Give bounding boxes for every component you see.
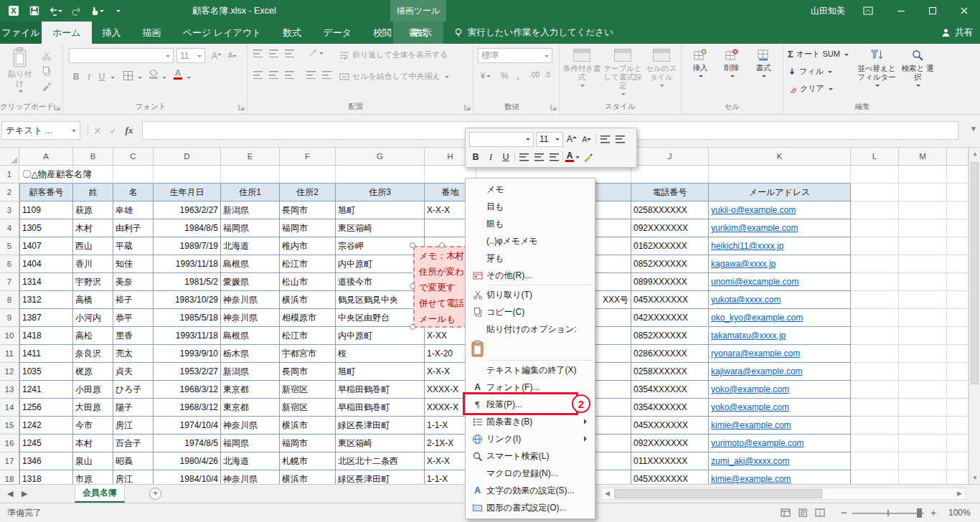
cell[interactable]: 北海道 bbox=[221, 237, 280, 255]
cell[interactable]: 房江 bbox=[113, 417, 154, 435]
italic-button[interactable]: I bbox=[83, 70, 95, 84]
save-button[interactable] bbox=[27, 4, 42, 18]
cell[interactable] bbox=[899, 291, 947, 309]
cell[interactable]: heikichi11@xxxx.jp bbox=[709, 237, 851, 255]
column-header[interactable]: M bbox=[899, 148, 947, 166]
cell[interactable] bbox=[899, 399, 947, 417]
cell[interactable] bbox=[709, 166, 851, 184]
undo-button[interactable] bbox=[48, 4, 62, 18]
expand-formula-bar-icon[interactable]: ▼ bbox=[970, 125, 977, 133]
underline-button[interactable]: U bbox=[96, 70, 108, 84]
cell[interactable] bbox=[851, 452, 899, 470]
cell[interactable]: kagawa@xxxx.jp bbox=[709, 255, 851, 273]
cell[interactable]: 萩原 bbox=[73, 201, 113, 219]
customize-quick-access-icon[interactable] bbox=[110, 4, 125, 18]
cell[interactable]: 島根県 bbox=[221, 327, 280, 345]
touch-mode-icon[interactable] bbox=[90, 4, 104, 18]
vertical-scrollbar-thumb[interactable] bbox=[971, 162, 979, 384]
cell[interactable]: 1993/11/18 bbox=[154, 255, 221, 273]
cell[interactable]: 神奈川県 bbox=[221, 470, 280, 484]
cell[interactable]: yurikim@example.com bbox=[709, 219, 851, 237]
clear-button[interactable]: クリア bbox=[788, 83, 833, 94]
zoom-in-button[interactable]: + bbox=[930, 503, 936, 522]
row-header[interactable]: 9 bbox=[0, 309, 19, 327]
cell[interactable]: 房江 bbox=[113, 470, 154, 484]
cell[interactable] bbox=[851, 291, 899, 309]
underline-dropdown-icon[interactable] bbox=[110, 77, 115, 81]
cell[interactable]: 1974/8/5 bbox=[154, 435, 221, 452]
fill-button[interactable]: フィル bbox=[788, 66, 832, 77]
new-sheet-button[interactable]: + bbox=[149, 488, 161, 500]
mini-font-size-combo[interactable]: 11 bbox=[536, 132, 563, 147]
cell[interactable]: 幸雄 bbox=[113, 201, 154, 219]
cell[interactable]: 愛媛県 bbox=[221, 273, 280, 291]
font-color-button[interactable]: A bbox=[174, 70, 182, 80]
mini-align-right-button[interactable] bbox=[547, 150, 560, 164]
cell[interactable]: 札幌市 bbox=[280, 452, 336, 470]
cell[interactable] bbox=[947, 273, 969, 291]
cell[interactable]: 今市 bbox=[73, 417, 113, 435]
cell[interactable]: 0852XXXXXX bbox=[631, 327, 709, 345]
cell[interactable]: 1989/7/19 bbox=[154, 237, 221, 255]
cell[interactable]: 貞夫 bbox=[113, 363, 154, 381]
row-header[interactable]: 17 bbox=[0, 452, 19, 470]
cell[interactable]: 緑区長津田町 bbox=[336, 417, 425, 435]
zoom-out-button[interactable]: − bbox=[841, 503, 847, 522]
row-header[interactable]: 16 bbox=[0, 435, 19, 452]
borders-dropdown-icon[interactable] bbox=[138, 77, 142, 81]
cell[interactable] bbox=[899, 381, 947, 399]
mini-align-left-button[interactable] bbox=[517, 150, 530, 164]
cell[interactable]: 福岡県 bbox=[221, 219, 280, 237]
cell[interactable] bbox=[851, 345, 899, 363]
alignment-dialog-launcher[interactable] bbox=[463, 103, 471, 111]
cell[interactable] bbox=[851, 417, 899, 435]
ribbon-tab[interactable]: ページ レイアウト bbox=[172, 22, 273, 44]
row-header[interactable]: 5 bbox=[0, 237, 19, 255]
sheet-nav-right-icon[interactable]: ▶ bbox=[22, 489, 27, 498]
autosum-button[interactable]: Σオート SUM bbox=[788, 49, 849, 60]
cell[interactable]: 1974/10/4 bbox=[154, 417, 221, 435]
font-size-combo[interactable]: 11 bbox=[176, 48, 205, 63]
cell[interactable]: 福岡県 bbox=[221, 435, 280, 452]
view-page-break-button[interactable] bbox=[814, 507, 826, 518]
cell[interactable]: 0258XXXXXX bbox=[631, 363, 709, 381]
row-header[interactable]: 2 bbox=[0, 184, 19, 201]
mini-increase-font-button[interactable]: A bbox=[565, 132, 578, 146]
row-header[interactable]: 3 bbox=[0, 201, 19, 219]
cell[interactable]: takamatxu@xxxx.jp bbox=[709, 327, 851, 345]
clipboard-dialog-launcher[interactable] bbox=[53, 103, 61, 111]
cell[interactable] bbox=[899, 166, 947, 184]
cell[interactable] bbox=[899, 435, 947, 452]
cell[interactable]: 0852XXXXXX bbox=[631, 255, 709, 273]
align-top-button[interactable] bbox=[253, 49, 263, 57]
conditional-formatting-button[interactable]: 条件付き書式 bbox=[562, 46, 601, 87]
ime-candidate-memo-3[interactable]: 眼も bbox=[466, 215, 595, 232]
cell[interactable]: 泉山 bbox=[73, 452, 113, 470]
align-middle-button[interactable] bbox=[269, 49, 278, 57]
cell[interactable]: 内中原町 bbox=[336, 255, 425, 273]
cell[interactable]: kajiwara@example.com bbox=[709, 363, 851, 381]
cell[interactable]: 宇野沢 bbox=[73, 273, 113, 291]
mini-underline-button[interactable]: U bbox=[499, 150, 512, 164]
cell[interactable]: 生年月日 bbox=[154, 184, 221, 201]
format-as-table-button[interactable]: テーブルとして書式設定 bbox=[603, 46, 643, 96]
font-name-combo[interactable] bbox=[69, 48, 174, 63]
vertical-scrollbar[interactable]: ▲ ▼ bbox=[969, 148, 980, 484]
cell[interactable]: 神奈川県 bbox=[221, 291, 280, 309]
cell[interactable] bbox=[947, 399, 969, 417]
cell[interactable]: 1418 bbox=[19, 327, 73, 345]
row-header[interactable]: 6 bbox=[0, 255, 19, 273]
cell[interactable]: 住所3 bbox=[336, 184, 425, 201]
cell[interactable] bbox=[899, 345, 947, 363]
cell[interactable] bbox=[947, 255, 969, 273]
mini-decrease-font-button[interactable]: A bbox=[580, 132, 593, 146]
row-header[interactable]: 11 bbox=[0, 345, 19, 363]
cell[interactable]: 高橋 bbox=[73, 291, 113, 309]
cell[interactable]: 横浜市 bbox=[280, 470, 336, 484]
cell[interactable] bbox=[851, 201, 899, 219]
cell[interactable]: 百合子 bbox=[113, 435, 154, 452]
mini-font-color-button[interactable]: A bbox=[565, 150, 580, 164]
cell[interactable] bbox=[851, 363, 899, 381]
column-header[interactable]: C bbox=[113, 148, 154, 166]
cell[interactable] bbox=[851, 435, 899, 452]
